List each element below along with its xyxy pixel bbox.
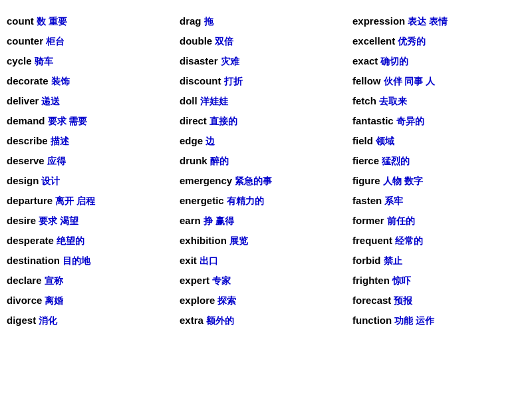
english-word: direct <box>180 113 207 129</box>
chinese-translation: 确切的 <box>380 54 408 68</box>
english-word: figure <box>352 173 380 189</box>
word-row: exact确切的 <box>352 53 525 69</box>
english-word: earn <box>180 213 201 229</box>
word-row: describe描述 <box>7 133 180 149</box>
chinese-translation: 展览 <box>229 233 248 248</box>
chinese-translation: 递送 <box>41 94 60 108</box>
chinese-translation: 经常的 <box>395 233 423 248</box>
word-row: counter柜台 <box>7 33 180 49</box>
english-word: fellow <box>352 73 381 89</box>
word-row: former前任的 <box>352 213 525 229</box>
english-word: decorate <box>7 73 49 89</box>
english-word: desperate <box>7 233 54 249</box>
word-row: deserve应得 <box>7 153 180 169</box>
column-col2: drag拖double双倍disaster灾难discount打折doll洋娃娃… <box>180 13 352 329</box>
word-row: emergency紧急的事 <box>180 173 352 189</box>
english-word: excellent <box>352 33 395 49</box>
english-word: explore <box>180 293 215 309</box>
word-row: discount打折 <box>180 73 352 89</box>
word-row: desperate绝望的 <box>7 233 180 249</box>
english-word: double <box>180 33 212 49</box>
english-word: desire <box>7 213 36 229</box>
english-word: doll <box>180 93 198 109</box>
word-row: digest消化 <box>7 313 180 329</box>
word-row: energetic有精力的 <box>180 193 352 209</box>
word-row: desire要求 渴望 <box>7 213 180 229</box>
chinese-translation: 惊吓 <box>392 273 411 288</box>
word-row: function功能 运作 <box>352 313 525 329</box>
chinese-translation: 人物 数字 <box>383 174 423 188</box>
english-word: counter <box>7 33 43 49</box>
english-word: disaster <box>180 53 218 69</box>
english-word: deserve <box>7 153 45 169</box>
chinese-translation: 骑车 <box>35 54 53 68</box>
english-word: exhibition <box>180 233 227 249</box>
word-row: figure人物 数字 <box>352 173 525 189</box>
english-word: drag <box>180 13 201 29</box>
chinese-translation: 双倍 <box>215 34 233 49</box>
word-row: expert专家 <box>180 273 352 289</box>
english-word: demand <box>7 113 45 129</box>
word-row: declare宣称 <box>7 273 180 289</box>
word-row: forbid禁止 <box>352 253 525 269</box>
english-word: discount <box>180 73 221 89</box>
english-word: deliver <box>7 93 39 109</box>
column-col1: count数 重要counter柜台cycle骑车decorate装饰deliv… <box>7 13 180 329</box>
english-word: field <box>352 133 373 149</box>
chinese-translation: 领域 <box>376 134 394 148</box>
word-row: deliver递送 <box>7 93 180 109</box>
chinese-translation: 数 重要 <box>37 14 67 29</box>
chinese-translation: 有精力的 <box>227 194 264 208</box>
word-row: fantastic奇异的 <box>352 113 525 129</box>
chinese-translation: 宣称 <box>45 273 63 288</box>
word-row: divorce离婚 <box>7 293 180 309</box>
word-row: design设计 <box>7 173 180 189</box>
main-content: count数 重要counter柜台cycle骑车decorate装饰deliv… <box>7 13 525 329</box>
chinese-translation: 要求 渴望 <box>39 213 78 228</box>
word-row: disaster灾难 <box>180 53 352 69</box>
chinese-translation: 紧急的事 <box>235 174 272 188</box>
chinese-translation: 功能 运作 <box>394 313 434 328</box>
word-row: departure离开 启程 <box>7 193 180 209</box>
word-row: exhibition展览 <box>180 233 352 249</box>
chinese-translation: 出口 <box>200 253 218 268</box>
english-word: fasten <box>352 193 382 209</box>
chinese-translation: 专家 <box>212 273 231 288</box>
word-row: direct直接的 <box>180 113 352 129</box>
column-col3: expression表达 表情excellent优秀的exact确切的fello… <box>352 13 525 329</box>
english-word: cycle <box>7 53 32 69</box>
word-row: cycle骑车 <box>7 53 180 69</box>
chinese-translation: 挣 赢得 <box>203 213 234 228</box>
word-row: forecast预报 <box>352 293 525 309</box>
chinese-translation: 探索 <box>217 293 236 308</box>
word-row: destination目的地 <box>7 253 180 269</box>
chinese-translation: 去取来 <box>379 94 407 108</box>
chinese-translation: 表达 表情 <box>408 14 448 29</box>
chinese-translation: 装饰 <box>51 74 70 88</box>
english-word: expression <box>352 13 405 29</box>
chinese-translation: 灾难 <box>221 54 239 68</box>
english-word: forbid <box>352 253 381 269</box>
english-word: describe <box>7 133 48 149</box>
english-word: edge <box>180 133 203 149</box>
word-row: extra额外的 <box>180 313 352 329</box>
english-word: emergency <box>180 173 232 189</box>
english-word: function <box>352 313 392 329</box>
chinese-translation: 前任的 <box>387 213 415 228</box>
word-row: fierce猛烈的 <box>352 153 525 169</box>
word-row: fetch去取来 <box>352 93 525 109</box>
chinese-translation: 绝望的 <box>57 233 84 248</box>
english-word: former <box>352 213 384 229</box>
english-word: destination <box>7 253 60 269</box>
english-word: frequent <box>352 233 392 249</box>
english-word: count <box>7 13 34 29</box>
word-row: field领域 <box>352 133 525 149</box>
chinese-translation: 边 <box>205 134 215 148</box>
word-row: excellent优秀的 <box>352 33 525 49</box>
chinese-translation: 拖 <box>204 14 213 29</box>
chinese-translation: 设计 <box>41 174 60 188</box>
chinese-translation: 描述 <box>51 134 69 148</box>
english-word: digest <box>7 313 36 329</box>
word-row: exit出口 <box>180 253 352 269</box>
chinese-translation: 洋娃娃 <box>200 94 228 108</box>
